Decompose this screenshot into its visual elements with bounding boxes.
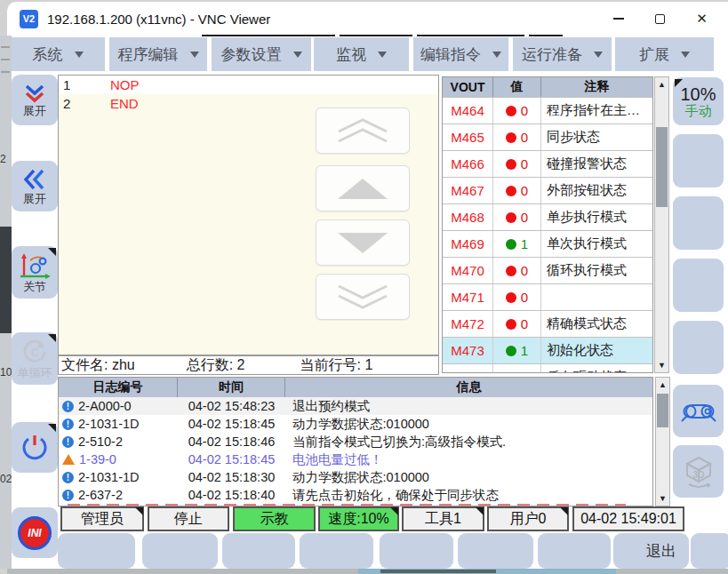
status-role[interactable]: 管理员 [60, 506, 144, 531]
vout-value-cell: 0 [493, 311, 541, 337]
log-id-cell: !2-1031-1D [59, 417, 178, 431]
log-scrollbar[interactable]: ▲ ▼ [655, 377, 670, 506]
status-dot-red [506, 212, 516, 223]
scroll-top-button[interactable] [316, 108, 410, 154]
menu-item-label: 参数设置 [221, 44, 282, 65]
vout-row[interactable]: M4700循环执行模式 [443, 257, 652, 283]
menu-item-system[interactable]: 系统 [11, 37, 105, 71]
vout-id: M473 [443, 338, 493, 363]
bottom-button-1[interactable] [58, 533, 135, 569]
bottom-button-7[interactable] [538, 533, 611, 569]
log-row[interactable]: !2-510-204-02 15:18:46当前指令模式已切换为:高级指令模式. [59, 433, 652, 450]
vout-value-cell: 0 [493, 124, 541, 150]
vout-value: 0 [521, 183, 528, 198]
bottom-button-2[interactable] [142, 533, 218, 569]
code-line-number: 2 [59, 96, 110, 111]
right-corner-button[interactable] [691, 533, 728, 569]
ini-button[interactable]: INI [12, 507, 58, 558]
joint-mode-button[interactable]: 关节 [12, 246, 58, 299]
view-3d-button[interactable]: 3D [673, 445, 724, 498]
log-row[interactable]: !2-637-204-02 15:18:40请先点击初始化，确保处于同步状态 [59, 486, 652, 504]
menu-item-edit-command[interactable]: 编辑指令 [413, 37, 508, 71]
status-clock[interactable]: 04-02 15:49:01 [572, 506, 684, 531]
log-message: 请先点击初始化，确保处于同步状态 [285, 487, 652, 504]
scrollbar-thumb[interactable] [657, 394, 668, 427]
vout-row[interactable]: M4731初始化状态 [443, 337, 652, 363]
menu-item-label: 编辑指令 [420, 44, 481, 65]
menu-item-run-prep[interactable]: 运行准备 [513, 37, 612, 71]
corner-marker [135, 507, 143, 515]
vout-row[interactable]: M4640程序指针在主… [443, 97, 652, 124]
corner-marker [560, 507, 568, 515]
right-toolbar-button-2[interactable] [673, 196, 724, 250]
close-button[interactable]: ✕ [681, 2, 723, 36]
power-button[interactable] [12, 422, 58, 473]
vout-row[interactable]: M4680单步执行模式 [443, 203, 652, 230]
corner-marker [675, 79, 683, 87]
vout-id: M471 [443, 284, 493, 310]
vout-comment: 反向驱动状态 [541, 364, 652, 373]
menu-item-program-edit[interactable]: 程序编辑 [109, 37, 207, 71]
bottom-button-3[interactable] [222, 533, 295, 569]
right-toolbar-button-4[interactable] [673, 321, 724, 374]
log-row[interactable]: 1-39-004-02 15:18:45电池电量过低！ [59, 450, 652, 468]
log-id: 2-637-2 [78, 488, 123, 502]
speed-mode-button[interactable]: 10% 手动 [673, 77, 724, 125]
joystick-button[interactable] [673, 385, 724, 437]
right-toolbar-button-3[interactable] [673, 259, 724, 312]
code-line[interactable]: 1NOP [59, 76, 438, 94]
vout-row[interactable]: M4710 [443, 283, 652, 310]
menu-item-label: 扩展 [639, 44, 669, 65]
status-tool[interactable]: 工具1 [402, 506, 484, 531]
single-cycle-button[interactable]: C 单循环 [12, 332, 58, 385]
vout-scrollbar[interactable]: ▲ ▼ [654, 76, 669, 373]
bottom-button-4[interactable] [300, 533, 373, 569]
scroll-up-button[interactable] [316, 165, 410, 211]
vout-row[interactable]: M4650同步状态 [443, 124, 652, 150]
single-cycle-icon: C [21, 339, 48, 365]
menu-item-monitor[interactable]: 监视 [314, 37, 409, 71]
exit-button[interactable]: 退出 [613, 533, 689, 569]
menu-item-param-settings[interactable]: 参数设置 [212, 37, 311, 71]
log-row[interactable]: !2-A000-004-02 15:48:23退出预约模式 [59, 397, 652, 415]
scroll-down-button[interactable] [316, 219, 410, 266]
log-id: 2-A000-0 [78, 399, 132, 413]
vout-row[interactable]: M4660碰撞报警状态 [443, 150, 652, 177]
vout-row[interactable]: M4691单次执行模式 [443, 230, 652, 257]
bottom-button-5[interactable] [380, 533, 453, 569]
chevron-down-icon [681, 52, 690, 62]
vout-row[interactable]: M4670外部按钮状态 [443, 177, 652, 203]
scrollbar-up-arrow[interactable]: ▲ [656, 378, 669, 392]
right-toolbar-button-1[interactable] [673, 134, 724, 187]
minimize-button[interactable] [597, 2, 639, 36]
menu-item-extension[interactable]: 扩展 [615, 37, 714, 71]
maximize-button[interactable] [639, 2, 681, 36]
scroll-bottom-button[interactable] [316, 274, 410, 320]
status-user[interactable]: 用户0 [487, 506, 569, 531]
vout-comment: 碰撞报警状态 [541, 151, 652, 177]
log-row[interactable]: !2-1031-1D04-02 15:18:45动力学数据状态:010000 [59, 415, 652, 433]
time-col-header: 时间 [178, 378, 285, 397]
scrollbar-thumb[interactable] [656, 127, 668, 207]
expand-down-button[interactable]: 展开 [12, 75, 58, 125]
log-row[interactable]: !2-1031-1D04-02 15:18:30动力学数据状态:010000 [59, 468, 652, 486]
status-stop[interactable]: 停止 [148, 506, 229, 531]
expand-left-button[interactable]: 展开 [12, 161, 58, 211]
log-id: 2-1031-1D [78, 417, 140, 431]
vout-id: M470 [443, 258, 493, 283]
scrollbar-up-arrow[interactable]: ▲ [655, 77, 668, 92]
scrollbar-down-arrow[interactable]: ▼ [656, 491, 669, 506]
log-table: 日志编号 时间 信息 !2-A000-004-02 15:48:23退出预约模式… [58, 377, 653, 506]
svg-text:3D: 3D [692, 470, 704, 480]
status-teach[interactable]: 示教 [233, 506, 316, 531]
corner-marker [48, 334, 56, 342]
vout-row[interactable]: M4720精确模式状态 [443, 310, 652, 337]
bottom-button-6[interactable] [458, 533, 533, 569]
status-speed[interactable]: 速度:10% [318, 506, 399, 531]
status-dot-red [506, 372, 516, 374]
vout-row[interactable]: M4740反向驱动状态 [443, 363, 652, 373]
status-stop-label: 停止 [174, 510, 203, 529]
vout-value-cell: 0 [493, 258, 541, 283]
status-dot-red [506, 266, 516, 276]
scrollbar-down-arrow[interactable]: ▼ [655, 358, 668, 372]
